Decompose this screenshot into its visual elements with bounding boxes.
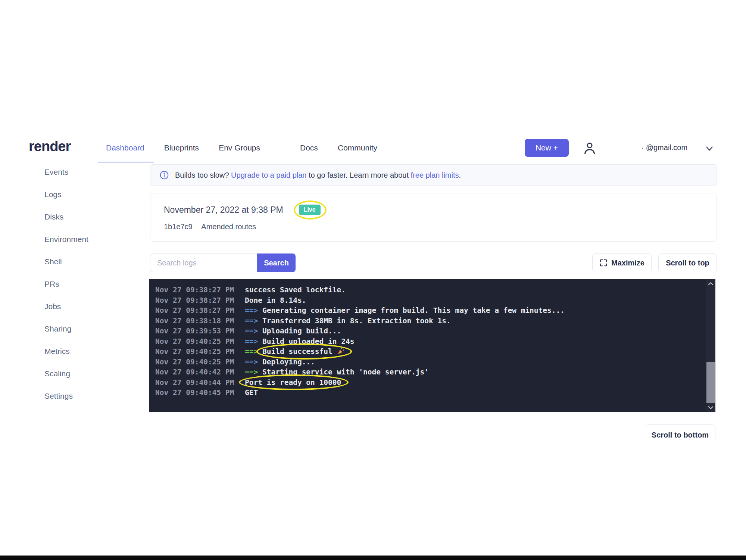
new-button[interactable]: New + — [525, 139, 569, 157]
sidebar-item-jobs[interactable]: Jobs — [44, 295, 127, 318]
nav-tab-dashboard[interactable]: Dashboard — [106, 143, 144, 152]
log-line: Nov 27 09:38:27 PMsuccess Saved lockfile… — [155, 285, 700, 295]
scrollbar-up-icon[interactable] — [706, 279, 715, 288]
log-arrow: ==> — [245, 327, 262, 335]
log-arrow: ==> — [245, 317, 262, 325]
scrollbar-down-icon[interactable] — [706, 403, 715, 412]
log-timestamp: Nov 27 09:40:45 PM — [155, 388, 245, 398]
log-message: Uploading build... — [262, 327, 341, 335]
scroll-top-label: Scroll to top — [666, 259, 709, 267]
search-button[interactable]: Search — [257, 253, 296, 272]
account-email: @gmail.com — [646, 143, 687, 152]
nav-tab-community[interactable]: Community — [338, 143, 377, 152]
log-arrow: ==> — [245, 347, 262, 356]
party-popper-icon — [337, 348, 344, 355]
scroll-to-top-button[interactable]: Scroll to top — [658, 253, 717, 272]
log-timestamp: Nov 27 09:39:53 PM — [155, 326, 245, 336]
free-plan-limits-link[interactable]: free plan limits — [411, 171, 459, 179]
account-menu[interactable]: · @gmail.com — [641, 133, 687, 163]
scroll-bottom-label: Scroll to bottom — [652, 431, 709, 439]
log-timestamp: Nov 27 09:40:25 PM — [155, 336, 245, 347]
log-arrow: ==> — [245, 358, 262, 366]
log-line: Nov 27 09:40:25 PM==> Build uploaded in … — [155, 336, 700, 347]
sidebar-item-disks[interactable]: Disks — [44, 206, 127, 228]
banner-text-1: Builds too slow? — [175, 171, 229, 179]
log-line: Nov 27 09:38:18 PM==> Transferred 38MB i… — [155, 316, 700, 326]
log-message: GET — [245, 388, 258, 397]
log-line: Nov 27 09:38:27 PM==> Generating contain… — [155, 305, 700, 316]
maximize-button[interactable]: Maximize — [592, 253, 652, 272]
banner-text-3: . — [459, 171, 461, 179]
nav-tab-blueprints[interactable]: Blueprints — [164, 143, 199, 152]
log-timestamp: Nov 27 09:40:44 PM — [155, 377, 245, 388]
scrollbar-thumb[interactable] — [706, 362, 715, 403]
screen-bottom-bar — [0, 556, 746, 560]
sidebar-item-events[interactable]: Events — [44, 161, 127, 183]
log-message: Build successful — [262, 347, 333, 356]
nav-divider — [280, 140, 280, 155]
log-line: Nov 27 09:39:53 PM==> Uploading build... — [155, 326, 700, 336]
log-line: Nov 27 09:40:44 PMPort is ready on 10000 — [155, 377, 700, 388]
log-timestamp: Nov 27 09:38:27 PM — [155, 295, 245, 306]
chevron-down-icon[interactable] — [705, 144, 714, 152]
log-message: Deploying... — [262, 358, 315, 366]
commit-message: Amended routes — [201, 223, 256, 231]
nav-tab-docs[interactable]: Docs — [300, 143, 318, 152]
scroll-to-bottom-wrap: Scroll to bottom — [645, 424, 715, 442]
render-logo[interactable]: render — [29, 139, 71, 155]
banner-text: Builds too slow? Upgrade to a paid plan … — [175, 171, 461, 180]
commit-hash-link[interactable]: 1b1e7c9 — [164, 223, 193, 231]
log-message: Done in 8.14s. — [245, 296, 306, 305]
log-message: Starting service with 'node server.js' — [262, 368, 429, 376]
log-message: Build uploaded in 24s — [262, 337, 355, 346]
sidebar-item-metrics[interactable]: Metrics — [44, 340, 127, 363]
sidebar-item-logs[interactable]: Logs — [44, 183, 127, 206]
terminal-scrollbar[interactable] — [706, 279, 715, 412]
sidebar-item-sharing[interactable]: Sharing — [44, 318, 127, 340]
log-arrow: ==> — [245, 306, 262, 315]
top-nav: render DashboardBlueprintsEnv GroupsDocs… — [0, 133, 746, 163]
maximize-icon — [599, 259, 608, 267]
log-line: Nov 27 09:40:25 PM==> Build successful — [155, 346, 700, 357]
upgrade-banner: Builds too slow? Upgrade to a paid plan … — [150, 164, 717, 186]
log-timestamp: Nov 27 09:40:25 PM — [155, 357, 245, 367]
nav-tab-env-groups[interactable]: Env Groups — [219, 143, 260, 152]
user-avatar-icon[interactable] — [582, 141, 597, 156]
account-prefix: · — [641, 143, 644, 152]
info-icon — [159, 170, 169, 180]
scroll-to-bottom-button[interactable]: Scroll to bottom — [645, 424, 715, 442]
sidebar-item-scaling[interactable]: Scaling — [44, 363, 127, 385]
sidebar-item-settings[interactable]: Settings — [44, 385, 127, 407]
live-status-badge: Live — [299, 205, 321, 215]
sidebar: EventsLogsDisksEnvironmentShellPRsJobsSh… — [44, 161, 127, 407]
log-timestamp: Nov 27 09:38:27 PM — [155, 305, 245, 316]
deploy-card: November 27, 2022 at 9:38 PM Live 1b1e7c… — [150, 193, 717, 242]
log-line: Nov 27 09:38:27 PMDone in 8.14s. — [155, 295, 700, 306]
sidebar-item-prs[interactable]: PRs — [44, 273, 127, 295]
log-timestamp: Nov 27 09:38:27 PM — [155, 285, 245, 295]
log-line: Nov 27 09:40:45 PMGET — [155, 388, 700, 398]
log-line: Nov 27 09:40:42 PM==> Starting service w… — [155, 367, 700, 377]
sidebar-item-shell[interactable]: Shell — [44, 251, 127, 273]
log-timestamp: Nov 27 09:38:18 PM — [155, 316, 245, 326]
log-pane: Nov 27 09:38:27 PMsuccess Saved lockfile… — [155, 285, 700, 398]
upgrade-link[interactable]: Upgrade to a paid plan — [231, 171, 306, 179]
log-arrow: ==> — [245, 368, 262, 376]
log-timestamp: Nov 27 09:40:25 PM — [155, 346, 245, 357]
log-message: success Saved lockfile. — [245, 286, 346, 294]
log-arrow: ==> — [245, 337, 262, 346]
nav-tabs: DashboardBlueprintsEnv GroupsDocsCommuni… — [106, 133, 377, 163]
log-line: Nov 27 09:40:25 PM==> Deploying... — [155, 357, 700, 367]
log-timestamp: Nov 27 09:40:42 PM — [155, 367, 245, 377]
sidebar-item-environment[interactable]: Environment — [44, 228, 127, 251]
search-input[interactable] — [150, 253, 257, 272]
log-message: Port is ready on 10000 — [245, 378, 341, 387]
maximize-label: Maximize — [611, 259, 644, 267]
banner-text-2: to go faster. Learn more about — [309, 171, 409, 179]
log-search-row: Search — [150, 253, 296, 272]
log-message: Transferred 38MB in 8s. Extraction took … — [262, 317, 451, 325]
log-terminal: Nov 27 09:38:27 PMsuccess Saved lockfile… — [149, 279, 715, 412]
log-message: Generating container image from build. T… — [262, 306, 565, 315]
deploy-date: November 27, 2022 at 9:38 PM — [164, 205, 283, 215]
